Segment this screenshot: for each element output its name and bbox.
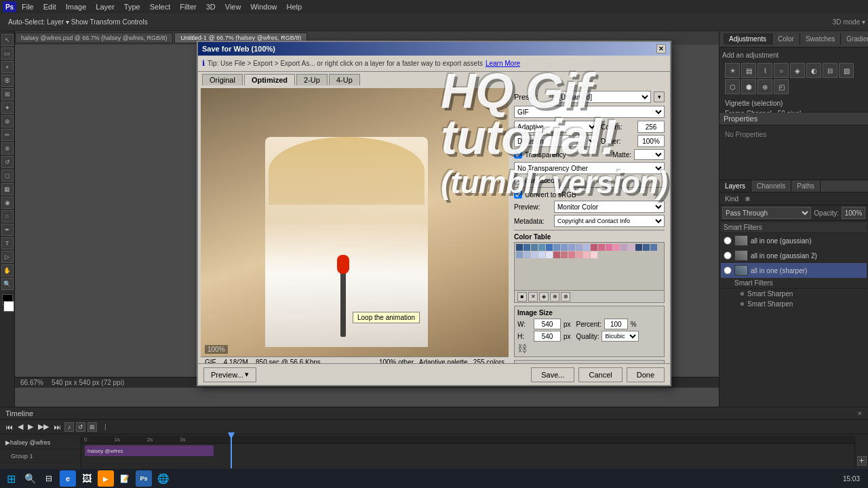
diffusion-select[interactable]: Diffusion: [514, 135, 598, 147]
swatch[interactable]: [598, 244, 605, 251]
tool-shape[interactable]: ▷: [1, 251, 14, 263]
adj-curves[interactable]: ⌇: [757, 63, 772, 78]
menu-3d[interactable]: 3D: [202, 1, 220, 12]
tab-color[interactable]: Color: [772, 33, 800, 45]
adj-hsl[interactable]: ◐: [806, 63, 821, 78]
swatch[interactable]: [524, 251, 530, 258]
tab-adjustments[interactable]: Adjustments: [724, 33, 772, 45]
swatch[interactable]: [650, 244, 657, 251]
matte-select[interactable]: [634, 149, 665, 160]
swatch[interactable]: [538, 251, 545, 258]
color-table-btn-3[interactable]: ◈: [539, 292, 549, 302]
color-table-btn-4[interactable]: ⊕: [550, 292, 559, 302]
tab-channels[interactable]: Channels: [751, 180, 791, 192]
kind-filter[interactable]: Kind: [722, 195, 741, 203]
layer-sharper[interactable]: all in one (sharper): [721, 263, 867, 278]
learn-more-link[interactable]: Learn More: [486, 60, 520, 67]
layer-vis-icon[interactable]: [724, 251, 732, 260]
swatch[interactable]: [561, 251, 568, 258]
percent-input[interactable]: 100: [604, 319, 628, 329]
swatch[interactable]: [568, 251, 575, 258]
adj-posterize[interactable]: ◰: [774, 79, 789, 94]
quality-select[interactable]: Bicubic: [601, 331, 639, 342]
adj-bw[interactable]: ▧: [839, 63, 854, 78]
swatch[interactable]: [568, 244, 575, 251]
tab-halsey[interactable]: halsey @wfres.psd @ 66.7% (halsey @wfres…: [15, 33, 173, 43]
interlaced-check[interactable]: [514, 176, 522, 184]
tool-select[interactable]: ▭: [1, 47, 14, 60]
format-select[interactable]: GIF: [514, 106, 665, 118]
tool-quick-select[interactable]: ⦿: [1, 75, 14, 87]
timeline-close[interactable]: ✕: [857, 410, 863, 417]
width-input[interactable]: 540: [534, 319, 561, 329]
menu-type[interactable]: Type: [120, 1, 144, 12]
tool-heal[interactable]: ⊕: [1, 115, 14, 127]
swatch[interactable]: [635, 244, 642, 251]
tl-step-back[interactable]: ⏮: [4, 423, 14, 431]
swatch[interactable]: [620, 244, 627, 251]
tool-text[interactable]: T: [1, 237, 14, 249]
adj-levels[interactable]: ▤: [741, 63, 756, 78]
blend-mode-select[interactable]: Pass Through: [722, 207, 811, 219]
swatch[interactable]: [538, 244, 545, 251]
swatch[interactable]: [576, 244, 583, 251]
tool-lasso[interactable]: ⌖: [1, 61, 14, 73]
preset-menu-btn[interactable]: ▾: [654, 92, 665, 102]
tool-history[interactable]: ↺: [1, 156, 14, 168]
preset-select[interactable]: [Unnamed]: [554, 91, 651, 103]
swatch[interactable]: [583, 244, 590, 251]
video-clip[interactable]: halsey @wfres: [85, 445, 214, 456]
height-input[interactable]: 540: [534, 331, 561, 342]
add-track-btn[interactable]: +: [857, 456, 867, 466]
swatch[interactable]: [583, 251, 590, 258]
tool-brush[interactable]: ✏: [1, 129, 14, 141]
tl-play[interactable]: ▶: [26, 422, 35, 431]
adj-colorbalance[interactable]: ⊟: [823, 63, 837, 78]
menu-window[interactable]: Window: [246, 1, 281, 12]
menu-layer[interactable]: Layer: [92, 1, 119, 12]
opacity-input[interactable]: [842, 207, 865, 219]
adj-exposure[interactable]: ○: [774, 63, 789, 78]
swatch[interactable]: [531, 244, 538, 251]
swatch[interactable]: [591, 244, 597, 251]
tool-move[interactable]: ↖: [1, 34, 14, 46]
tl-render-btn[interactable]: ⊞: [87, 422, 97, 432]
tab-4up[interactable]: 4-Up: [329, 74, 360, 85]
swatch[interactable]: [553, 244, 560, 251]
layer-gaussian-1[interactable]: all in one (gaussian): [721, 233, 867, 248]
colors-input[interactable]: 256: [637, 121, 665, 133]
color-table-btn-5[interactable]: ⊗: [561, 292, 570, 302]
tool-hand[interactable]: ✋: [1, 264, 14, 277]
tl-audio-btn[interactable]: ♪: [64, 422, 74, 432]
menu-help[interactable]: Help: [283, 1, 307, 12]
save-button[interactable]: Save...: [531, 367, 574, 382]
adj-vibrance[interactable]: ◈: [790, 63, 805, 78]
menu-view[interactable]: View: [221, 1, 245, 12]
tool-eyedrop[interactable]: ✦: [1, 102, 14, 114]
transparency-check[interactable]: [514, 150, 522, 159]
swatch[interactable]: [628, 244, 635, 251]
tab-paths[interactable]: Paths: [791, 180, 821, 192]
done-button[interactable]: Done: [627, 367, 665, 382]
photos-icon[interactable]: 🖼: [79, 470, 95, 487]
windows-icon[interactable]: ⊞: [3, 470, 19, 487]
tool-blur[interactable]: ◉: [1, 197, 14, 209]
tab-optimized[interactable]: Optimized: [244, 74, 295, 85]
swatch[interactable]: [516, 251, 523, 258]
menu-image[interactable]: Image: [62, 1, 91, 12]
no-transparency-select[interactable]: No Transparency Other: [514, 162, 665, 174]
layer-vis-icon[interactable]: [724, 237, 732, 245]
tab-original[interactable]: Original: [202, 74, 243, 85]
swatch[interactable]: [546, 244, 553, 251]
vlc-icon[interactable]: ▶: [98, 470, 114, 487]
swatch[interactable]: [613, 244, 620, 251]
dialog-close-btn[interactable]: ✕: [656, 44, 666, 54]
color-table-btn-2[interactable]: ✕: [528, 292, 538, 302]
swatch[interactable]: [524, 244, 530, 251]
menu-select[interactable]: Select: [146, 1, 175, 12]
dither-input[interactable]: 100%: [637, 135, 665, 147]
ps-logo[interactable]: Ps: [3, 1, 16, 12]
preset-vignette[interactable]: Vignette (selection): [722, 98, 865, 108]
tl-loop-btn[interactable]: ↺: [76, 422, 85, 432]
cancel-button[interactable]: Cancel: [578, 367, 622, 382]
